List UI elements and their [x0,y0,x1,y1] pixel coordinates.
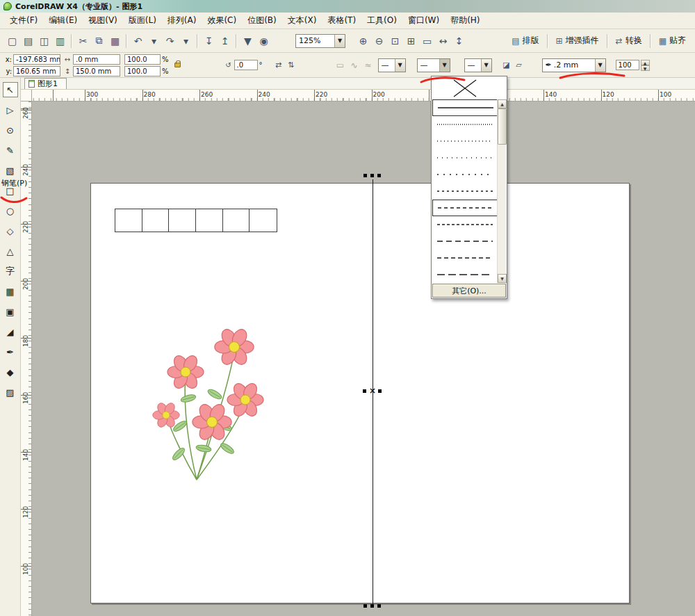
freehand-pen-tool[interactable]: ✎ [3,143,18,158]
selection-handle-top-left[interactable] [363,174,367,177]
eyedropper-tool[interactable]: ◢ [3,324,18,339]
undo-dropdown-icon[interactable]: ▾ [146,33,162,49]
zoom-width-icon[interactable]: ↔ [435,33,451,49]
text-tool[interactable]: 字 [3,264,18,279]
selection-handle-top-center[interactable] [370,174,374,177]
cut-icon[interactable]: ✂ [75,33,91,49]
line-style-dot[interactable] [432,133,498,149]
x-position-field[interactable]: -197.683 mm [13,54,60,65]
line-style-solid[interactable] [432,99,498,116]
scrollbar-thumb[interactable] [498,108,507,145]
interactive-fill-tool[interactable]: ▨ [3,384,18,400]
line-style-dot-fine[interactable] [432,116,498,133]
cell[interactable] [115,209,142,232]
ellipse-tool[interactable]: ○ [3,203,18,218]
cell[interactable] [223,209,250,232]
export-icon[interactable]: ↥ [217,33,233,49]
lock-ratio-button[interactable] [172,56,184,74]
line-style-none[interactable] [432,77,498,99]
mirror-horizontal-button[interactable]: ⇄ [272,59,285,72]
redo-dropdown-icon[interactable]: ▾ [178,33,194,49]
zoom-height-icon[interactable]: ↕ [451,33,467,49]
menu-arrange[interactable]: 排列(A) [162,13,202,29]
dropdown-scrollbar[interactable]: ▲ ▼ [497,99,506,283]
arrow-end-arrow-icon[interactable]: ▼ [481,59,491,72]
menu-view[interactable]: 视图(V) [83,13,123,29]
application-launcher-icon[interactable]: ▼ [240,33,256,49]
new-icon[interactable]: ▢ [4,33,20,49]
selection-handle-bottom-right[interactable] [377,604,381,608]
cell[interactable] [169,209,196,232]
table-tool[interactable]: ▦ [3,284,18,299]
value-spinner-field[interactable]: 100 [616,60,639,70]
menu-edit[interactable]: 编辑(E) [43,13,83,29]
zoom-level-combo[interactable]: 125% ▼ [295,34,345,48]
menu-tools[interactable]: 工具(O) [361,13,402,29]
selection-handle-bottom-left[interactable] [363,604,367,608]
zoom-out-icon[interactable]: ⊖ [371,33,387,49]
undo-icon[interactable]: ↶ [130,33,146,49]
menu-table[interactable]: 表格(T) [322,13,361,29]
snap-button[interactable]: ▦贴齐 [654,33,691,49]
line-style-arrow-icon[interactable]: ▼ [439,59,450,72]
layout-button[interactable]: ▤排版 [507,33,543,49]
y-position-field[interactable]: 160.65 mm [13,66,60,76]
selection-handle-middle-left[interactable] [363,389,366,393]
horizontal-ruler[interactable]: 300280260240220200180160140120100 [32,90,695,102]
shape-tool[interactable]: ▷ [3,102,18,117]
line-style-combo[interactable]: — ▼ [417,58,450,72]
open-icon[interactable]: ▤ [20,33,36,49]
ruler-origin-corner[interactable] [21,90,32,102]
selection-center-marker[interactable]: × [369,386,376,396]
zoom-selected-icon[interactable]: ⊞ [403,33,419,49]
basic-shapes-tool[interactable]: △ [3,243,18,259]
print-icon[interactable]: ▥ [52,33,68,49]
zoom-combo-arrow-icon[interactable]: ▼ [334,35,345,47]
line-style-dash-selected[interactable] [432,200,498,216]
zoom-page-icon[interactable]: ▭ [419,33,435,49]
line-style-dash-longer[interactable] [432,266,498,283]
zoom-tool[interactable]: ⊙ [3,122,18,138]
mirror-vertical-button[interactable]: ⇅ [285,59,297,72]
paste-icon[interactable]: ▦ [107,33,123,49]
spinner-up-icon[interactable]: ▲ [641,60,650,65]
zoom-in-icon[interactable]: ⊕ [355,33,371,49]
arrow-start-combo[interactable]: — ▼ [378,58,406,72]
line-style-dot-sparse[interactable] [432,149,498,166]
copy-icon[interactable]: ⧉ [91,33,107,49]
selection-handle-middle-right[interactable] [378,389,382,393]
arrow-start-arrow-icon[interactable]: ▼ [395,59,405,72]
menu-help[interactable]: 帮助(H) [445,13,485,29]
plugins-button[interactable]: ⊞增强插件 [551,33,604,49]
menu-text[interactable]: 文本(X) [282,13,322,29]
cell-row-object[interactable] [115,209,277,232]
welcome-screen-icon[interactable]: ◉ [256,33,272,49]
import-icon[interactable]: ↧ [201,33,217,49]
arrow-end-combo[interactable]: — ▼ [464,58,492,72]
outline-width-combo[interactable]: ✒ .2 mm ▼ [542,58,606,72]
cell[interactable] [196,209,223,232]
scale-x-field[interactable]: 100.0 [124,54,161,65]
line-style-dash-medium[interactable] [432,250,498,266]
interactive-blend-tool[interactable]: ▣ [3,304,18,319]
outline-dialog-icon[interactable]: ▱ [513,59,525,72]
line-style-dash-long[interactable] [432,233,498,250]
scroll-up-icon[interactable]: ▲ [498,99,507,108]
object-height-field[interactable]: 150.0 mm [73,66,120,76]
zoom-actual-icon[interactable]: ⊡ [387,33,403,49]
line-style-dot-wide[interactable] [432,166,498,183]
line-style-other-button[interactable]: 其它(O)... [432,284,506,298]
spinner-down-icon[interactable]: ▼ [641,65,650,71]
menu-file[interactable]: 文件(F) [4,13,43,29]
menu-layout[interactable]: 版面(L) [123,13,162,29]
polygon-tool[interactable]: ◇ [3,223,18,238]
scroll-down-icon[interactable]: ▼ [498,274,507,283]
text-wrap-icon[interactable]: ◪ [500,59,513,72]
line-style-dash-fine[interactable] [432,183,498,200]
object-width-field[interactable]: .0 mm [73,54,120,65]
line-style-dash[interactable] [432,216,498,233]
flower-illustration[interactable] [142,316,281,487]
outline-pen-tool[interactable]: ✒ [3,344,18,359]
cell[interactable] [142,209,170,232]
document-tab[interactable]: 图形1 [24,78,67,89]
